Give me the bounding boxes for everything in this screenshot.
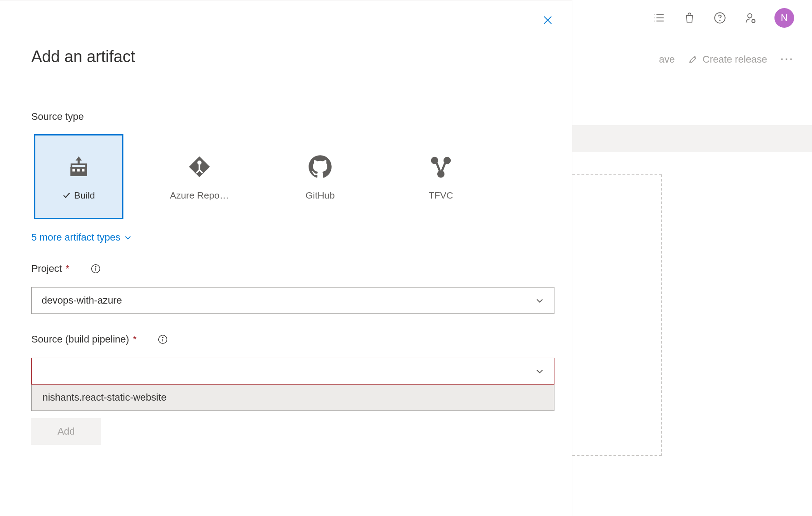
user-settings-icon[interactable] — [744, 12, 757, 24]
info-icon[interactable] — [158, 334, 168, 344]
build-icon — [64, 152, 93, 181]
svg-point-7 — [719, 20, 720, 21]
source-type-tiles: Build Azure Repo… GitHub TFVC — [34, 134, 572, 219]
toolbar-actions: ave Create release ··· — [659, 54, 794, 65]
save-action-partial: ave — [659, 54, 675, 65]
tfvc-label: TFVC — [429, 190, 453, 201]
source-type-label: Source type — [31, 111, 572, 123]
source-pipeline-options: nishants.react-static-website — [31, 385, 554, 411]
svg-point-19 — [437, 170, 444, 178]
info-icon[interactable] — [91, 264, 101, 274]
tfvc-icon — [427, 152, 455, 181]
close-button[interactable] — [541, 14, 554, 26]
list-icon[interactable] — [653, 12, 665, 24]
svg-rect-13 — [72, 169, 75, 172]
build-tile-label: Build — [63, 190, 95, 201]
svg-rect-14 — [77, 169, 80, 172]
source-pipeline-field-label: Source (build pipeline) * — [31, 334, 572, 345]
create-release-label: Create release — [702, 54, 767, 65]
svg-point-24 — [163, 337, 164, 338]
panel-title: Add an artifact — [31, 47, 572, 66]
gray-band-bg — [572, 125, 812, 152]
azure-repos-icon — [185, 152, 214, 181]
github-label: GitHub — [305, 190, 334, 201]
more-actions-icon[interactable]: ··· — [781, 54, 794, 65]
help-icon[interactable] — [714, 12, 726, 24]
chevron-down-icon — [535, 367, 544, 376]
add-button[interactable]: Add — [31, 418, 101, 445]
source-tile-azure-repos[interactable]: Azure Repo… — [155, 134, 244, 219]
project-dropdown-value: devops-with-azure — [42, 295, 122, 306]
project-field-label: Project * — [31, 263, 572, 275]
required-asterisk: * — [65, 263, 69, 275]
svg-point-8 — [748, 14, 752, 18]
avatar[interactable]: N — [774, 8, 794, 28]
required-asterisk: * — [133, 334, 137, 345]
source-tile-github[interactable]: GitHub — [275, 134, 365, 219]
source-pipeline-dropdown[interactable] — [31, 358, 554, 385]
add-artifact-panel: Add an artifact Source type Build Azure … — [0, 0, 572, 516]
github-icon — [306, 152, 334, 181]
project-dropdown[interactable]: devops-with-azure — [31, 287, 554, 314]
svg-point-16 — [197, 161, 201, 165]
dashed-placeholder — [572, 174, 662, 456]
azure-repos-label: Azure Repo… — [170, 190, 229, 201]
chevron-down-icon — [535, 296, 544, 305]
more-artifact-types-link[interactable]: 5 more artifact types — [31, 232, 572, 243]
bag-icon[interactable] — [683, 12, 696, 24]
source-tile-build[interactable]: Build — [34, 134, 123, 219]
svg-point-21 — [95, 266, 96, 267]
create-release-action[interactable]: Create release — [688, 54, 767, 65]
source-pipeline-option[interactable]: nishants.react-static-website — [32, 385, 554, 410]
svg-rect-15 — [82, 169, 85, 172]
source-tile-tfvc[interactable]: TFVC — [396, 134, 486, 219]
